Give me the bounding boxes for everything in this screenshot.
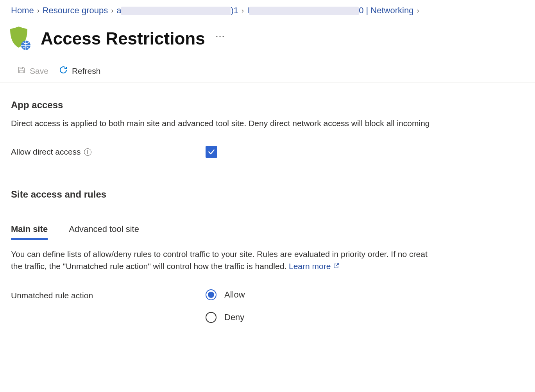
tab-main-site[interactable]: Main site	[11, 224, 48, 240]
radio-deny[interactable]: Deny	[206, 312, 245, 323]
learn-more-link[interactable]: Learn more	[289, 260, 340, 272]
app-suffix: 0	[359, 5, 363, 15]
desc-line-2: the traffic, the "Unmatched rule action"…	[11, 262, 289, 271]
info-icon[interactable]: i	[84, 148, 91, 156]
page-header: Access Restrictions ⋯	[0, 21, 535, 63]
chevron-right-icon: ›	[111, 7, 113, 15]
shield-network-icon	[9, 26, 30, 51]
rg-prefix: a	[116, 5, 121, 15]
radio-icon	[206, 312, 217, 323]
page-title: Access Restrictions	[41, 29, 205, 48]
site-access-tabs: Main site Advanced tool site	[0, 224, 535, 240]
refresh-icon	[59, 65, 68, 77]
allow-direct-access-row: Allow direct access i	[11, 146, 524, 158]
redacted-text	[121, 7, 231, 15]
chevron-right-icon: ›	[37, 7, 39, 15]
app-access-heading: App access	[11, 100, 524, 110]
site-access-heading: Site access and rules	[11, 189, 524, 200]
command-bar: Save Refresh	[0, 63, 535, 82]
more-menu-button[interactable]: ⋯	[215, 31, 225, 42]
radio-allow[interactable]: Allow	[206, 289, 245, 300]
rg-suffix: )1	[231, 5, 238, 15]
save-icon	[17, 66, 26, 76]
site-access-section: Site access and rules	[0, 162, 535, 211]
save-label: Save	[30, 66, 48, 76]
desc-line-1: You can define lists of allow/deny rules…	[11, 248, 524, 260]
app-access-description: Direct access is applied to both main si…	[11, 118, 524, 129]
refresh-button[interactable]: Refresh	[59, 65, 101, 77]
breadcrumb-app-item[interactable]: I0 | Networking	[247, 5, 413, 16]
radio-deny-label: Deny	[224, 312, 244, 323]
chevron-right-icon: ›	[242, 7, 244, 15]
allow-direct-access-label: Allow direct access	[11, 147, 81, 157]
unmatched-rule-radio-group: Allow Deny	[206, 289, 245, 323]
refresh-label: Refresh	[72, 66, 101, 76]
breadcrumb: Home › Resource groups › a)1 › I0 | Netw…	[0, 0, 535, 21]
radio-allow-label: Allow	[224, 290, 245, 300]
redacted-text	[249, 7, 359, 15]
unmatched-rule-label: Unmatched rule action	[11, 291, 93, 300]
learn-more-label: Learn more	[289, 260, 331, 272]
radio-icon	[206, 289, 217, 300]
breadcrumb-home[interactable]: Home	[11, 5, 34, 16]
external-link-icon	[333, 260, 340, 272]
networking-suffix: | Networking	[363, 5, 413, 15]
site-access-description: You can define lists of allow/deny rules…	[0, 248, 535, 272]
unmatched-rule-row: Unmatched rule action Allow Deny	[0, 289, 535, 323]
breadcrumb-resource-group-item[interactable]: a)1	[116, 5, 238, 16]
chevron-right-icon: ›	[417, 7, 419, 15]
breadcrumb-resource-groups[interactable]: Resource groups	[43, 5, 108, 16]
allow-direct-access-checkbox[interactable]	[206, 146, 217, 158]
tab-advanced-tool-site[interactable]: Advanced tool site	[69, 224, 139, 240]
app-access-section: App access Direct access is applied to b…	[0, 82, 535, 162]
save-button: Save	[17, 66, 48, 76]
